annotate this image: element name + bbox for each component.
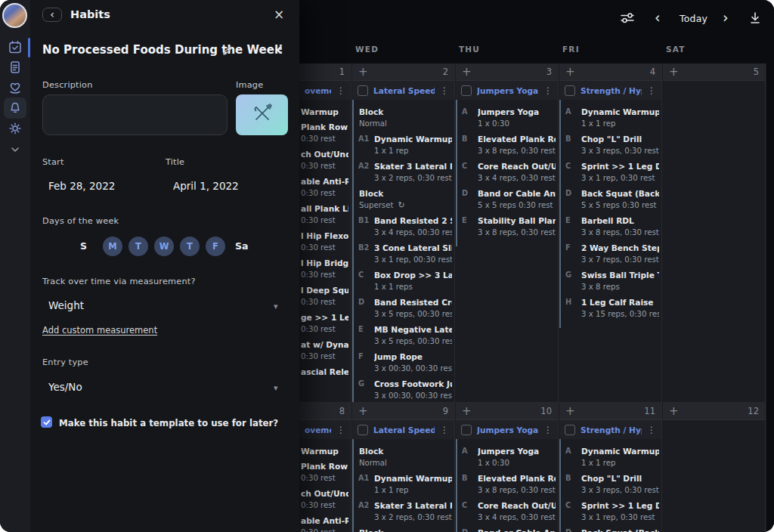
start-date-value[interactable]: Feb 28, 2022 [48, 180, 115, 192]
workout-title-link[interactable]: Strength / Hypertro... [580, 425, 642, 435]
day-toggle-t-selected[interactable]: T [180, 237, 200, 256]
workout-menu-kebab-icon[interactable]: ⋮ [440, 86, 449, 95]
exercise-scheme: 3 x 8 reps [581, 281, 659, 293]
notifications-bell-icon[interactable] [8, 101, 23, 116]
workout-menu-kebab-icon[interactable]: ⋮ [647, 86, 656, 95]
template-checkbox[interactable] [41, 416, 52, 428]
add-workout-button[interactable]: + [462, 406, 472, 417]
settings-gear-icon[interactable] [8, 121, 23, 136]
chevron-left-icon[interactable]: ‹ [655, 11, 661, 25]
dropdown-caret-icon: ▾ [274, 302, 278, 311]
workout-title-link[interactable]: Strength / Hypertro... [580, 86, 642, 95]
add-custom-measurement-link[interactable]: Add custom measurement [42, 325, 157, 336]
add-workout-button[interactable]: + [358, 66, 368, 78]
workout-body: WarmupPlank Row0:30 restch Out/Under0:30… [299, 100, 351, 385]
habit-menu-kebab-icon[interactable]: ⋮ [275, 42, 286, 56]
end-date-value[interactable]: April 1, 2022 [173, 180, 239, 192]
chevron-right-icon[interactable]: › [723, 11, 729, 25]
workout-checkbox[interactable] [461, 85, 472, 96]
workout-checkbox[interactable] [358, 85, 368, 96]
day-cell-header: +10 [456, 403, 558, 420]
edit-pencil-icon[interactable] [222, 45, 233, 59]
habit-image-tile[interactable] [236, 94, 288, 135]
add-workout-button[interactable]: + [565, 66, 575, 78]
exercise-letter: F [354, 351, 374, 375]
days-of-week-row: SMTWTFSa [30, 237, 299, 256]
add-workout-button[interactable]: + [358, 406, 368, 417]
exercise-item: A1Dynamic Warmup1 x 1 rep [354, 472, 452, 496]
workout-title-link[interactable]: ovement Q... [305, 86, 331, 95]
workout-checkbox[interactable] [358, 425, 368, 435]
chevron-down-icon[interactable] [8, 142, 23, 157]
exercise-scheme: 1 x 0:30 [478, 457, 556, 469]
workout-menu-kebab-icon[interactable]: ⋮ [543, 86, 553, 95]
add-workout-button[interactable]: + [462, 66, 472, 78]
workout-menu-kebab-icon[interactable]: ⋮ [647, 425, 656, 435]
description-label: Description [42, 80, 93, 90]
exercise-scheme: 3 x 8 reps, 0:30 rest [478, 484, 556, 496]
exercise-scheme: 5 x 5 reps 0:30 rest [581, 200, 659, 212]
exercise-name: Chop "L" Drill [581, 472, 659, 484]
exercise-scheme: 3 x 8 reps, 0:30 rest [478, 227, 556, 239]
day-toggle-t-selected[interactable]: T [128, 237, 148, 256]
panel-title: Habits [70, 8, 110, 20]
workout-checkbox[interactable] [461, 425, 472, 435]
close-icon[interactable]: × [274, 7, 284, 22]
back-button[interactable]: ‹ [42, 8, 62, 22]
exercise-scheme: 0:30 rest [301, 527, 348, 532]
day-toggle-m-selected[interactable]: M [103, 237, 122, 256]
avatar[interactable] [2, 3, 27, 28]
exercise-letter: G [561, 269, 581, 293]
add-workout-button[interactable]: + [669, 406, 679, 417]
add-workout-button[interactable]: + [565, 406, 575, 417]
workout-title-link[interactable]: Jumpers Yoga / Core [477, 86, 538, 95]
workout-menu-kebab-icon[interactable]: ⋮ [336, 425, 345, 435]
exercise-item: ADynamic Warmup1 x 1 rep [561, 106, 659, 130]
exercise-name: ch Out/Under [301, 148, 348, 160]
day-toggle-sa[interactable]: Sa [235, 237, 248, 256]
workout-menu-kebab-icon[interactable]: ⋮ [336, 86, 345, 95]
workout-title-link[interactable]: ovement Q... [305, 425, 331, 435]
workout-title-link[interactable]: Lateral Speed / Plyo [373, 425, 435, 435]
exercise-name: Back Squat (Back Off Set) [581, 527, 659, 532]
exercise-scheme: 0:30 rest [301, 133, 348, 145]
entry-type-select[interactable]: Yes/No [48, 381, 82, 393]
exercise-name: Barbell RDL [581, 215, 659, 227]
description-input[interactable] [42, 94, 228, 135]
exercise-name: l Hip Flexor Rais... [301, 230, 348, 242]
download-icon[interactable] [748, 11, 762, 29]
day-number: 9 [443, 406, 448, 416]
exercise-scheme: 0:30 rest [301, 500, 348, 512]
exercise-name: 2 Way Bench Step Up [581, 242, 659, 254]
exercise-item: BChop "L" Drill3 x 3 reps, 0:30 rest [561, 133, 659, 157]
day-cell: 8ovement Q...⋮WarmupPlank Row0:30 restch… [299, 403, 351, 532]
workout-title-row: Jumpers Yoga / Core⋮ [456, 81, 558, 100]
exercise-name: MB Negative Lateral Hop... [374, 323, 452, 336]
workout-menu-kebab-icon[interactable]: ⋮ [543, 425, 553, 435]
exercise-letter: B [457, 472, 478, 496]
workout-title-link[interactable]: Lateral Speed / Plyo [373, 86, 435, 95]
health-heart-icon[interactable] [8, 80, 23, 95]
day-toggle-w-selected[interactable]: W [154, 237, 174, 256]
exercise-item: all Plank Linear ...0:30 rest [301, 203, 348, 227]
exercise-name: l Hip Bridge w/ ... [301, 257, 348, 269]
day-cell: +2Lateral Speed / Plyo⋮BlockNormalA1Dyna… [352, 63, 455, 403]
workout-title-row: Jumpers Yoga / Core⋮ [456, 420, 558, 439]
today-button[interactable]: Today [680, 13, 707, 24]
measurement-select[interactable]: Weight [48, 299, 84, 311]
day-toggle-f-selected[interactable]: F [206, 237, 225, 256]
exercise-item: Warmup [301, 445, 348, 457]
filter-sliders-icon[interactable] [620, 11, 635, 29]
day-cell: +9Lateral Speed / Plyo⋮BlockNormalA1Dyna… [352, 403, 455, 532]
day-toggle-s[interactable]: S [80, 237, 87, 256]
calendar-check-icon[interactable] [8, 39, 23, 54]
day-number: 10 [540, 406, 552, 416]
add-workout-button[interactable]: + [669, 66, 679, 78]
workout-title-link[interactable]: Jumpers Yoga / Core [477, 425, 538, 435]
workout-checkbox[interactable] [565, 85, 575, 96]
workout-checkbox[interactable] [565, 425, 575, 435]
document-icon[interactable] [8, 60, 23, 75]
workout-menu-kebab-icon[interactable]: ⋮ [440, 425, 449, 435]
exercise-item: CSprint >> 1 Leg Declarations3 x 1 rep, … [561, 160, 659, 184]
exercise-item: ch Out/Under0:30 rest [301, 487, 348, 512]
